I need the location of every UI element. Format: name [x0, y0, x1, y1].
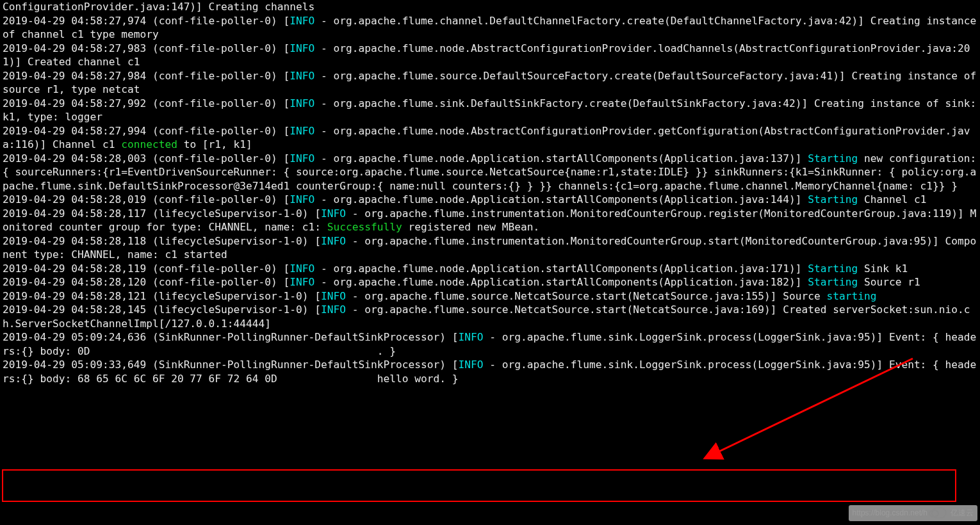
log-line: 2019-04-29 04:58:28,119 (conf-file-polle… — [3, 262, 908, 275]
log-line: 2019-04-29 04:58:27,992 (conf-file-polle… — [3, 97, 980, 124]
log-line: 2019-04-29 04:58:28,121 (lifecycleSuperv… — [3, 290, 876, 302]
log-line: 2019-04-29 04:58:27,984 (conf-file-polle… — [3, 70, 980, 96]
highlight-annotation — [2, 469, 956, 502]
watermark-brand: 亿速云 — [951, 506, 974, 521]
log-line: 2019-04-29 05:09:24,636 (SinkRunner-Poll… — [3, 331, 976, 357]
terminal-output: ConfigurationProvider.java:147)] Creatin… — [0, 0, 980, 385]
cloud-logo-icon — [931, 507, 947, 519]
log-line: 2019-04-29 04:58:27,994 (conf-file-polle… — [3, 125, 970, 151]
log-line: 2019-04-29 04:58:28,145 (lifecycleSuperv… — [3, 303, 970, 330]
watermark-url: https://blog.csdn.net/h — [853, 506, 927, 521]
log-line: 2019-04-29 04:58:27,983 (conf-file-polle… — [3, 42, 970, 69]
watermark: https://blog.csdn.net/h 亿速云 — [849, 505, 977, 522]
log-line: 2019-04-29 05:09:33,649 (SinkRunner-Poll… — [3, 359, 976, 385]
log-line: 2019-04-29 04:58:28,120 (conf-file-polle… — [3, 276, 920, 288]
log-line: 2019-04-29 04:58:28,003 (conf-file-polle… — [3, 152, 976, 192]
log-line: ConfigurationProvider.java:147)] Creatin… — [3, 1, 314, 13]
log-line: 2019-04-29 04:58:28,019 (conf-file-polle… — [3, 193, 926, 206]
log-line: 2019-04-29 04:58:27,974 (conf-file-polle… — [3, 15, 980, 41]
log-line: 2019-04-29 04:58:28,117 (lifecycleSuperv… — [3, 207, 976, 234]
log-line: 2019-04-29 04:58:28,118 (lifecycleSuperv… — [3, 235, 976, 261]
